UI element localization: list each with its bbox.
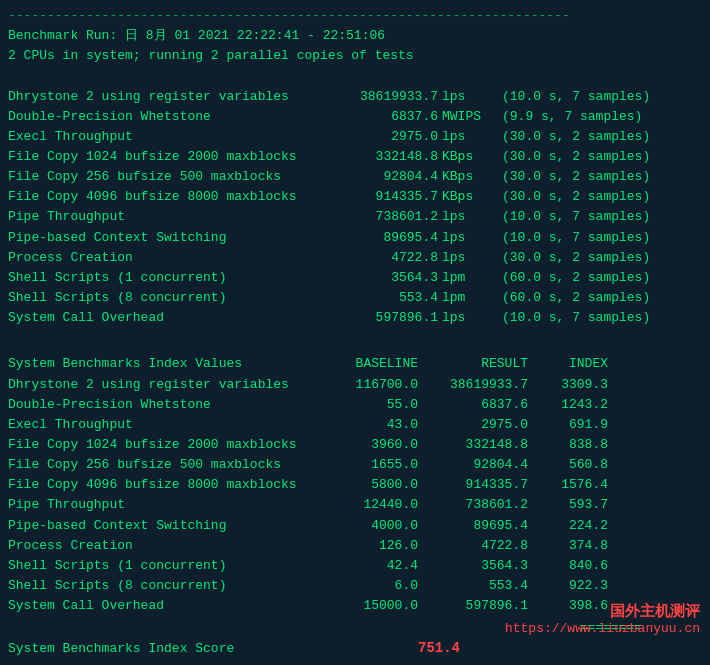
td-label: Shell Scripts (1 concurrent) — [8, 556, 318, 576]
table-header-row: System Benchmarks Index Values BASELINE … — [8, 354, 702, 374]
table-row: Shell Scripts (1 concurrent) 42.43564.38… — [8, 556, 702, 576]
table-row: File Copy 256 bufsize 500 maxblocks 1655… — [8, 455, 702, 475]
table-row: Double-Precision Whetstone 55.06837.6124… — [8, 395, 702, 415]
td-result: 89695.4 — [418, 516, 528, 536]
bench-unit: lps — [438, 127, 498, 147]
bench-value: 738601.2 — [318, 207, 438, 227]
bench-extra: (10.0 s, 7 samples) — [498, 207, 650, 227]
watermark-line1: 国外主机测评 — [505, 602, 700, 621]
bench-extra: (30.0 s, 2 samples) — [498, 187, 650, 207]
bench-value: 89695.4 — [318, 228, 438, 248]
bench-value: 553.4 — [318, 288, 438, 308]
run-info-line: Benchmark Run: 日 8月 01 2021 22:22:41 - 2… — [8, 26, 702, 46]
td-index: 1576.4 — [528, 475, 608, 495]
table-row: Shell Scripts (8 concurrent) 6.0553.4922… — [8, 576, 702, 596]
td-baseline: 6.0 — [318, 576, 418, 596]
td-result: 6837.6 — [418, 395, 528, 415]
td-label: Pipe-based Context Switching — [8, 516, 318, 536]
td-index: 691.9 — [528, 415, 608, 435]
bench-label: Double-Precision Whetstone — [8, 107, 318, 127]
score-row: System Benchmarks Index Score 751.4 — [8, 638, 702, 660]
bench-unit: KBps — [438, 147, 498, 167]
cpu-info-line: 2 CPUs in system; running 2 parallel cop… — [8, 46, 702, 66]
terminal-window: ----------------------------------------… — [0, 0, 710, 665]
bench-value: 2975.0 — [318, 127, 438, 147]
td-baseline: 42.4 — [318, 556, 418, 576]
td-index: 374.8 — [528, 536, 608, 556]
td-baseline: 116700.0 — [318, 375, 418, 395]
bench-unit: lpm — [438, 268, 498, 288]
benchmark-row: File Copy 1024 bufsize 2000 maxblocks 33… — [8, 147, 702, 167]
bench-label: Shell Scripts (1 concurrent) — [8, 268, 318, 288]
td-result: 38619933.7 — [418, 375, 528, 395]
td-result: 92804.4 — [418, 455, 528, 475]
td-label: Dhrystone 2 using register variables — [8, 375, 318, 395]
bench-label: Pipe Throughput — [8, 207, 318, 227]
bench-label: Pipe-based Context Switching — [8, 228, 318, 248]
td-index: 838.8 — [528, 435, 608, 455]
td-baseline: 4000.0 — [318, 516, 418, 536]
bench-unit: lps — [438, 87, 498, 107]
th-label: System Benchmarks Index Values — [8, 354, 318, 374]
benchmark-row: Process Creation 4722.8lps (30.0 s, 2 sa… — [8, 248, 702, 268]
th-baseline: BASELINE — [318, 354, 418, 374]
table-row: File Copy 4096 bufsize 8000 maxblocks580… — [8, 475, 702, 495]
bench-extra: (10.0 s, 7 samples) — [498, 228, 650, 248]
td-baseline: 3960.0 — [318, 435, 418, 455]
benchmark-row: Execl Throughput 2975.0lps (30.0 s, 2 sa… — [8, 127, 702, 147]
table-row: Pipe Throughput 12440.0738601.2593.7 — [8, 495, 702, 515]
score-value: 751.4 — [408, 638, 460, 660]
td-baseline: 126.0 — [318, 536, 418, 556]
bench-extra: (30.0 s, 2 samples) — [498, 147, 650, 167]
bench-value: 597896.1 — [318, 308, 438, 328]
benchmark-row: Pipe Throughput 738601.2lps (10.0 s, 7 s… — [8, 207, 702, 227]
td-label: File Copy 1024 bufsize 2000 maxblocks — [8, 435, 318, 455]
table-row: Execl Throughput 43.02975.0691.9 — [8, 415, 702, 435]
td-label: Pipe Throughput — [8, 495, 318, 515]
table-body: Dhrystone 2 using register variables1167… — [8, 375, 702, 617]
score-label: System Benchmarks Index Score — [8, 639, 408, 659]
bench-extra: (30.0 s, 2 samples) — [498, 127, 650, 147]
bench-unit: lps — [438, 248, 498, 268]
td-result: 4722.8 — [418, 536, 528, 556]
bench-label: Dhrystone 2 using register variables — [8, 87, 318, 107]
td-index: 224.2 — [528, 516, 608, 536]
td-label: System Call Overhead — [8, 596, 318, 616]
bench-unit: MWIPS — [438, 107, 498, 127]
bench-extra: (60.0 s, 2 samples) — [498, 268, 650, 288]
th-index: INDEX — [528, 354, 608, 374]
bench-unit: lps — [438, 228, 498, 248]
bench-value: 6837.6 — [318, 107, 438, 127]
bench-value: 914335.7 — [318, 187, 438, 207]
td-baseline: 12440.0 — [318, 495, 418, 515]
td-baseline: 15000.0 — [318, 596, 418, 616]
td-result: 3564.3 — [418, 556, 528, 576]
bench-value: 38619933.7 — [318, 87, 438, 107]
benchmark-row: Double-Precision Whetstone 6837.6MWIPS(9… — [8, 107, 702, 127]
bench-extra: (10.0 s, 7 samples) — [498, 87, 650, 107]
td-result: 2975.0 — [418, 415, 528, 435]
bench-unit: lps — [438, 207, 498, 227]
td-baseline: 1655.0 — [318, 455, 418, 475]
watermark-line2: https://www.liuzbanyuu.cn — [505, 621, 700, 636]
td-label: Process Creation — [8, 536, 318, 556]
table-row: File Copy 1024 bufsize 2000 maxblocks396… — [8, 435, 702, 455]
bench-label: File Copy 1024 bufsize 2000 maxblocks — [8, 147, 318, 167]
table-row: Dhrystone 2 using register variables1167… — [8, 375, 702, 395]
table-row: Pipe-based Context Switching 4000.089695… — [8, 516, 702, 536]
bench-label: File Copy 256 bufsize 500 maxblocks — [8, 167, 318, 187]
benchmark-row: File Copy 4096 bufsize 8000 maxblocks 91… — [8, 187, 702, 207]
td-label: File Copy 256 bufsize 500 maxblocks — [8, 455, 318, 475]
td-result: 914335.7 — [418, 475, 528, 495]
separator-line: ----------------------------------------… — [8, 6, 702, 26]
bench-label: Execl Throughput — [8, 127, 318, 147]
benchmark-row: File Copy 256 bufsize 500 maxblocks 9280… — [8, 167, 702, 187]
td-index: 922.3 — [528, 576, 608, 596]
bench-unit: lpm — [438, 288, 498, 308]
bench-extra: (30.0 s, 2 samples) — [498, 248, 650, 268]
benchmark-row: Shell Scripts (8 concurrent) 553.4lpm (6… — [8, 288, 702, 308]
td-label: Shell Scripts (8 concurrent) — [8, 576, 318, 596]
table-row: Process Creation 126.04722.8374.8 — [8, 536, 702, 556]
th-result: RESULT — [418, 354, 528, 374]
td-baseline: 43.0 — [318, 415, 418, 435]
